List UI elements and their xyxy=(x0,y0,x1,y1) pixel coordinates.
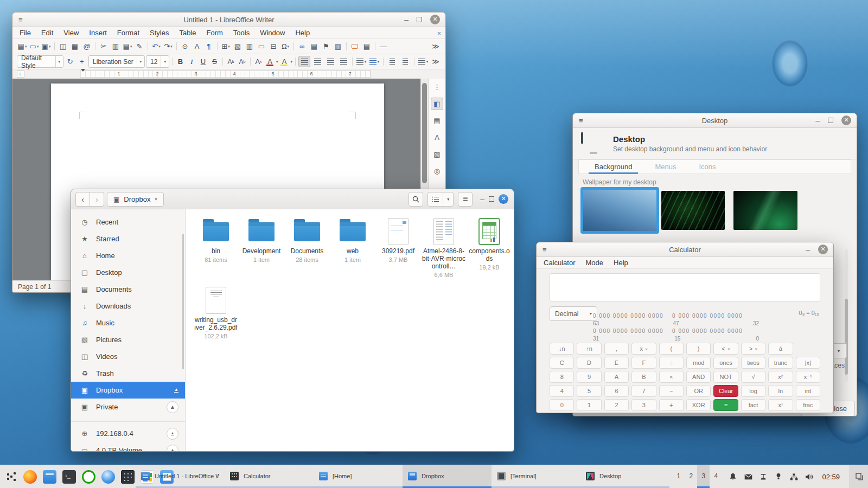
settings-scrollbar[interactable] xyxy=(845,249,848,382)
key-add[interactable]: + xyxy=(659,399,684,411)
workspace-3[interactable]: 3 xyxy=(697,465,710,488)
key-shift-right[interactable]: > ∨ xyxy=(741,343,765,355)
insert-table-icon[interactable]: ⊞ ▾ xyxy=(220,41,231,52)
key-log[interactable]: log xyxy=(741,385,765,397)
volume-icon[interactable] xyxy=(805,472,813,481)
minimize-icon[interactable]: – xyxy=(480,196,484,202)
dropdown-caret-icon[interactable]: ▾ xyxy=(130,44,132,49)
menu-item[interactable]: Help xyxy=(614,259,628,267)
view-options-caret-icon[interactable]: ▾ xyxy=(443,192,453,206)
key-open-paren[interactable]: ( xyxy=(659,343,684,355)
sidebar-settings-icon[interactable]: ⋮ xyxy=(431,81,443,93)
align-left-icon[interactable] xyxy=(298,56,310,67)
task-home[interactable]: [Home] xyxy=(314,465,403,488)
copy-icon[interactable]: ▥ xyxy=(110,41,121,52)
align-center-icon[interactable] xyxy=(311,56,323,67)
key-comma[interactable]: , xyxy=(604,343,629,355)
workspace-1[interactable]: 1 xyxy=(672,465,685,488)
key-close-paren[interactable]: ) xyxy=(686,343,711,355)
eject-button[interactable]: ▲ xyxy=(167,428,178,440)
special-character-icon[interactable]: Ω ▾ xyxy=(280,41,291,52)
insert-chart-icon[interactable]: ▥ xyxy=(244,41,255,52)
sidebar-page-icon[interactable]: ▤ xyxy=(431,114,443,127)
key-7[interactable]: 7 xyxy=(631,385,656,397)
clone-formatting-icon[interactable]: ✎ xyxy=(134,41,145,52)
key-clear[interactable]: Clear xyxy=(713,385,738,397)
app-launcher-icon[interactable] xyxy=(5,471,17,483)
menu-item[interactable]: Insert xyxy=(89,29,107,37)
menu-item[interactable]: File xyxy=(20,29,31,37)
key-int[interactable]: int xyxy=(796,385,820,397)
calculator-app-icon[interactable] xyxy=(121,470,135,484)
cut-icon[interactable]: ✂ xyxy=(98,41,109,52)
key-3[interactable]: 3 xyxy=(631,399,656,411)
close-document-icon[interactable]: × xyxy=(437,30,441,37)
key-or[interactable]: OR xyxy=(686,385,711,397)
eject-button[interactable]: ▲ xyxy=(167,445,178,452)
menu-item[interactable]: Edit xyxy=(41,29,53,37)
key-multiply[interactable]: × xyxy=(659,371,684,383)
dropdown-caret-icon[interactable]: ▾ xyxy=(155,197,157,202)
window-menu-icon[interactable]: ≡ xyxy=(542,246,547,254)
sidebar-item-starred[interactable]: ★ Starred xyxy=(71,230,185,247)
browser-icon[interactable] xyxy=(101,470,115,484)
key-abs[interactable]: |x| xyxy=(796,357,820,369)
key-subscript[interactable]: ↓n xyxy=(550,343,574,355)
key-square[interactable]: x² xyxy=(768,371,793,383)
dropdown-caret-icon[interactable]: ▾ xyxy=(290,60,292,64)
key-trunc[interactable]: trunc xyxy=(768,357,793,369)
page-break-icon[interactable]: ⊟ xyxy=(268,41,279,52)
hyperlink-icon[interactable]: ∞ xyxy=(297,41,308,52)
menu-item[interactable]: Help xyxy=(295,29,310,37)
key-sqrt[interactable]: √ xyxy=(741,371,765,383)
back-icon[interactable]: ‹ xyxy=(75,192,90,207)
sidebar-item-downloads[interactable]: ↓ Downloads xyxy=(71,298,185,314)
wallpaper-thumb-green-matrix[interactable] xyxy=(661,191,725,230)
key-F[interactable]: F xyxy=(631,357,656,369)
key-divide[interactable]: ÷ xyxy=(659,357,684,369)
maximize-icon[interactable] xyxy=(828,118,833,123)
dropdown-caret-icon[interactable]: ▾ xyxy=(276,60,278,64)
maximize-icon[interactable] xyxy=(417,17,422,22)
formatting-marks-icon[interactable]: ¶ xyxy=(203,41,214,52)
dropdown-caret-icon[interactable]: ▾ xyxy=(228,44,230,49)
file-development[interactable]: Development 1 item xyxy=(239,216,284,278)
menu-item[interactable]: Calculator xyxy=(544,259,576,267)
notifications-bell-icon[interactable] xyxy=(729,472,737,481)
eject-icon[interactable]: ▲ xyxy=(174,388,178,393)
workspace-2[interactable]: 2 xyxy=(685,465,697,488)
key-mod[interactable]: mod xyxy=(686,357,711,369)
task-dropbox[interactable]: Dropbox xyxy=(403,465,492,488)
task-calculator[interactable]: Calculator xyxy=(225,465,314,488)
new-document-icon[interactable]: ▤ ▾ xyxy=(17,41,28,52)
key-shift-left[interactable]: < ∨ xyxy=(713,343,738,355)
toolbar-separator[interactable] xyxy=(375,42,375,50)
key-equals[interactable]: = xyxy=(713,399,738,411)
wallpaper-thumb-blue-clouds[interactable] xyxy=(580,187,659,234)
close-icon[interactable]: ✕ xyxy=(841,115,851,125)
page-count-status[interactable]: Page 1 of 1 xyxy=(18,283,51,291)
base-select[interactable]: Decimal ▾ xyxy=(550,306,597,321)
terminal-app-icon[interactable] xyxy=(62,470,76,484)
horizontal-line-icon[interactable]: — xyxy=(378,41,389,52)
sidebar-scrollbar-thumb[interactable] xyxy=(182,234,184,369)
key-6[interactable]: 6 xyxy=(604,385,629,397)
sidebar-navigator-icon[interactable]: ◎ xyxy=(431,165,443,177)
window-menu-icon[interactable]: ≡ xyxy=(18,16,23,24)
sidebar-item-trash[interactable]: ♻ Trash xyxy=(71,365,185,382)
hamburger-menu-button[interactable]: ≡ xyxy=(458,192,473,207)
dropdown-caret-icon[interactable]: ▾ xyxy=(37,44,39,49)
menu-item[interactable]: Table xyxy=(179,29,196,37)
mail-icon[interactable] xyxy=(744,472,752,481)
key-subtract[interactable]: − xyxy=(659,385,684,397)
sidebar-item-recent[interactable]: ◷ Recent xyxy=(71,214,185,230)
close-icon[interactable]: ✕ xyxy=(430,15,440,24)
key-B[interactable]: B xyxy=(631,371,656,383)
update-style-icon[interactable]: ↻ xyxy=(65,56,75,67)
scale-tray-icon[interactable] xyxy=(759,472,768,481)
save-icon[interactable]: ▣ ▾ xyxy=(41,41,52,52)
toolbar-separator[interactable] xyxy=(346,42,347,50)
key-variable[interactable]: x ∨ xyxy=(631,343,656,355)
insert-comment-icon[interactable] xyxy=(349,41,360,52)
spellcheck-icon[interactable]: A xyxy=(192,41,202,52)
